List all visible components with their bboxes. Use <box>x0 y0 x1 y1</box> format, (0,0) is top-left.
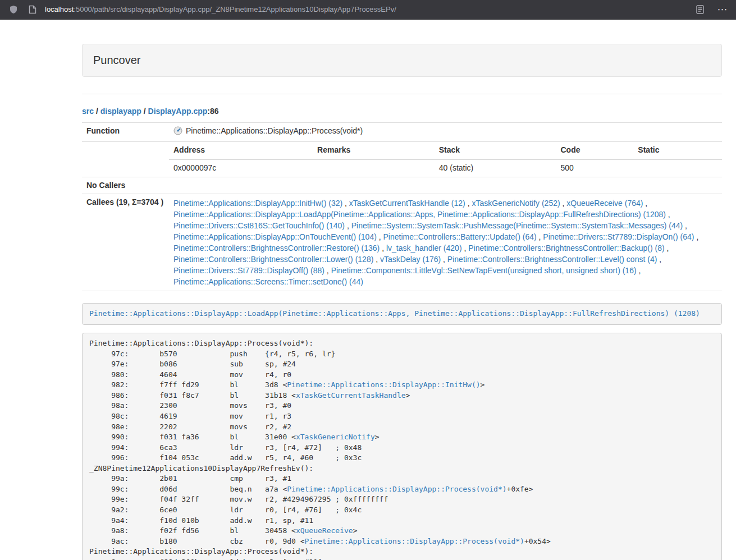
callee-link[interactable]: lv_task_handler (420) <box>386 244 462 253</box>
callee-separator: , <box>342 199 349 208</box>
url-path: :5000/path/src/displayapp/DisplayApp.cpp… <box>74 5 396 13</box>
breadcrumb-link[interactable]: src <box>82 107 94 116</box>
url-area: localhost:5000/path/src/displayapp/Displ… <box>7 3 693 16</box>
symbol-link[interactable]: Pinetime::Applications::DisplayApp::Init… <box>287 380 480 389</box>
callee-link[interactable]: Pinetime::Controllers::Battery::Update()… <box>383 232 537 241</box>
menu-icon[interactable]: ⋯ <box>716 3 729 16</box>
url-host: localhost <box>45 5 74 13</box>
selected-callee-banner: Pinetime::Applications::DisplayApp::Load… <box>82 303 722 325</box>
toolbar-actions: ⋯ <box>693 3 729 16</box>
callee-separator: , <box>666 210 670 219</box>
callee-link[interactable]: xQueueReceive (764) <box>566 199 643 208</box>
symbol-link[interactable]: xQueueReceive <box>296 526 353 535</box>
symbol-link[interactable]: Pinetime::Applications::DisplayApp::Proc… <box>287 485 506 493</box>
callee-link[interactable]: Pinetime::Controllers::BrightnessControl… <box>173 244 380 253</box>
callee-link[interactable]: Pinetime::Applications::DisplayApp::Init… <box>173 199 342 208</box>
callee-link[interactable]: Pinetime::Applications::DisplayApp::OnTo… <box>173 232 377 241</box>
callees-row: Callees (19, Σ=3704 ) Pinetime::Applicat… <box>82 194 722 291</box>
metric-value: 500 <box>556 159 633 177</box>
page-title: Puncover <box>93 52 711 68</box>
callee-link[interactable]: Pinetime::Drivers::Cst816S::GetTouchInfo… <box>173 221 345 230</box>
callee-link[interactable]: xTaskGetCurrentTaskHandle (12) <box>349 199 465 208</box>
callee-separator: , <box>373 255 380 264</box>
callee-link[interactable]: Pinetime::Controllers::BrightnessControl… <box>173 255 373 264</box>
callee-separator: , <box>462 244 469 253</box>
callee-separator: , <box>657 255 661 264</box>
callee-separator: , <box>643 199 647 208</box>
metrics-header-row: AddressRemarksStackCodeStatic <box>169 142 722 159</box>
column-header-remarks: Remarks <box>313 142 435 159</box>
callee-separator: , <box>380 244 386 253</box>
app-header: Puncover <box>82 44 722 77</box>
reader-mode-icon[interactable] <box>693 3 707 16</box>
function-table: Function Pinetime::Applications::Display… <box>82 122 722 292</box>
no-callers-cell <box>169 177 722 194</box>
callees-label: Callees (19, Σ=3704 ) <box>82 194 169 291</box>
browser-chrome: localhost:5000/path/src/displayapp/Displ… <box>0 0 736 20</box>
callee-separator: , <box>665 244 669 253</box>
breadcrumb-link[interactable]: DisplayApp.cpp <box>148 107 208 116</box>
callee-separator: , <box>694 232 699 241</box>
metrics-cell: AddressRemarksStackCodeStatic 0x0000097c… <box>169 141 722 177</box>
callee-separator: , <box>324 266 331 275</box>
shield-icon[interactable] <box>7 3 20 16</box>
metric-value <box>313 159 435 177</box>
callee-link[interactable]: Pinetime::Components::LittleVgl::SetNewT… <box>331 266 637 275</box>
breadcrumb-separator: / <box>94 107 100 116</box>
callee-link[interactable]: Pinetime::Applications::Screens::Timer::… <box>173 277 363 286</box>
callee-link[interactable]: Pinetime::Drivers::St7789::DisplayOn() (… <box>543 232 694 241</box>
no-callers-label: No Callers <box>82 177 169 194</box>
function-row: Function Pinetime::Applications::Display… <box>82 122 722 141</box>
selected-callee-link[interactable]: Pinetime::Applications::DisplayApp::Load… <box>89 309 700 318</box>
callee-link[interactable]: Pinetime::Controllers::BrightnessControl… <box>447 255 657 264</box>
function-name: Pinetime::Applications::DisplayApp::Proc… <box>186 126 363 135</box>
breadcrumb-line-number: :86 <box>207 107 218 116</box>
breadcrumb-link[interactable]: displayapp <box>100 107 141 116</box>
metrics-label-spacer <box>82 141 169 177</box>
column-header-address: Address <box>169 142 313 159</box>
callee-separator: , <box>345 221 351 230</box>
callee-link[interactable]: Pinetime::Controllers::BrightnessControl… <box>468 244 664 253</box>
callee-separator: , <box>377 232 383 241</box>
callee-link[interactable]: xTaskGenericNotify (252) <box>472 199 560 208</box>
callee-link[interactable]: Pinetime::System::SystemTask::PushMessag… <box>351 221 683 230</box>
metrics-value-row: 0x0000097c40 (static)500 <box>169 159 722 177</box>
column-header-code: Code <box>556 142 633 159</box>
metric-value: 40 (static) <box>435 159 556 177</box>
callee-link[interactable]: vTaskDelay (176) <box>380 255 441 264</box>
page-content: Puncover src / displayapp / DisplayApp.c… <box>82 20 722 560</box>
symbol-link[interactable]: xTaskGetCurrentTaskHandle <box>296 391 406 400</box>
disassembly-block: Pinetime::Applications::DisplayApp::Proc… <box>82 333 722 560</box>
callee-separator: , <box>465 199 472 208</box>
callee-link[interactable]: Pinetime::Drivers::St7789::DisplayOff() … <box>173 266 324 275</box>
function-label: Function <box>82 122 169 141</box>
url-bar[interactable]: localhost:5000/path/src/displayapp/Displ… <box>45 4 396 15</box>
function-name-cell: Pinetime::Applications::DisplayApp::Proc… <box>169 122 722 141</box>
callee-link[interactable]: Pinetime::Applications::DisplayApp::Load… <box>173 210 666 219</box>
no-callers-row: No Callers <box>82 177 722 194</box>
column-header-static: Static <box>633 142 722 159</box>
function-icon <box>173 126 182 139</box>
callee-separator: , <box>637 266 641 275</box>
symbol-link[interactable]: xTaskGenericNotify <box>296 433 375 441</box>
metrics-table: AddressRemarksStackCodeStatic 0x0000097c… <box>169 142 722 177</box>
metric-value <box>633 159 722 177</box>
metric-value: 0x0000097c <box>169 159 313 177</box>
symbol-link[interactable]: Pinetime::Applications::DisplayApp::Proc… <box>305 537 524 545</box>
breadcrumb: src / displayapp / DisplayApp.cpp:86 <box>82 106 722 117</box>
metrics-row-container: AddressRemarksStackCodeStatic 0x0000097c… <box>82 141 722 177</box>
callee-separator: , <box>441 255 447 264</box>
breadcrumb-separator: / <box>141 107 148 116</box>
callees-list: Pinetime::Applications::DisplayApp::Init… <box>169 194 722 291</box>
column-header-stack: Stack <box>435 142 556 159</box>
callee-separator: , <box>537 232 543 241</box>
page-info-icon[interactable] <box>26 3 39 16</box>
callee-separator: , <box>560 199 567 208</box>
callee-separator: , <box>683 221 687 230</box>
divider <box>82 94 722 94</box>
